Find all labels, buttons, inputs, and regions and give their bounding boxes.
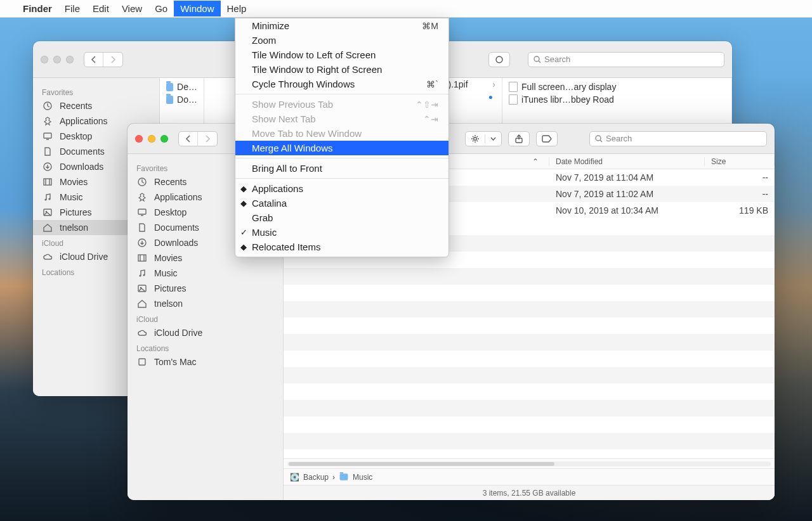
sidebar-item-label: Documents <box>60 146 105 157</box>
col1-item[interactable]: De… <box>160 80 204 93</box>
menubar-file[interactable]: File <box>58 1 86 16</box>
svg-rect-29 <box>139 359 145 365</box>
menu-item-label: Zoom <box>252 35 276 46</box>
minimize-button[interactable] <box>53 56 61 63</box>
sidebar-item-recents[interactable]: Recents <box>33 98 159 113</box>
menubar-view[interactable]: View <box>115 1 148 16</box>
pic-icon <box>42 207 53 217</box>
menu-item-label: Tile Window to Left of Screen <box>252 49 376 60</box>
tags-button[interactable] <box>536 131 558 146</box>
svg-point-9 <box>534 56 539 61</box>
action-menu-button[interactable] <box>465 131 502 146</box>
sidebar-item-icloud-drive[interactable]: iCloud Drive <box>128 325 283 340</box>
folder-icon <box>166 83 173 91</box>
close-button[interactable] <box>135 135 143 143</box>
menubar-help[interactable]: Help <box>221 1 253 16</box>
menu-item: Move Tab to New Window <box>235 126 449 141</box>
sidebar-group-label: Favorites <box>33 84 159 98</box>
scroll-thumb[interactable] <box>289 462 554 466</box>
svg-rect-24 <box>138 255 146 261</box>
menu-item-label: Merge All Windows <box>252 143 333 153</box>
folder-icon <box>166 96 173 104</box>
diamond-mark-icon: ◆ <box>240 198 247 208</box>
tag-dot-icon: ● <box>488 93 493 101</box>
menu-item-label: Minimize <box>252 20 289 31</box>
menu-item-label: Cycle Through Windows <box>252 79 355 89</box>
column-header-date[interactable]: Date Modified <box>549 157 705 166</box>
horizontal-scrollbar[interactable] <box>284 458 775 468</box>
menu-item[interactable]: Minimize⌘M <box>235 18 449 33</box>
sidebar-item-music[interactable]: Music <box>128 266 283 281</box>
back-button[interactable] <box>84 53 103 67</box>
menu-item-shortcut: ⌘M <box>422 21 438 31</box>
column-header-size[interactable]: Size <box>705 157 775 166</box>
col3-item[interactable]: iTunes libr…bbey Road <box>502 93 731 106</box>
zoom-button[interactable] <box>66 56 74 63</box>
menu-item[interactable]: Bring All to Front <box>235 161 449 176</box>
search-icon <box>534 56 541 63</box>
path-crumb[interactable]: Music <box>353 473 372 482</box>
sidebar-item-label: Applications <box>60 116 108 126</box>
window-menu-dropdown: Minimize⌘MZoomTile Window to Left of Scr… <box>235 18 449 257</box>
menu-item[interactable]: ✓Music <box>235 225 449 240</box>
menubar-window[interactable]: Window <box>174 1 220 16</box>
close-button[interactable] <box>41 56 48 63</box>
share-button[interactable] <box>508 131 530 146</box>
clock-icon <box>42 101 53 111</box>
menu-item[interactable]: Tile Window to Left of Screen <box>235 48 449 62</box>
gear-icon <box>466 134 485 143</box>
sidebar-item-label: Documents <box>154 222 199 233</box>
forward-button[interactable] <box>103 53 122 67</box>
home-icon <box>42 222 53 233</box>
path-crumb[interactable]: Backup <box>303 473 329 482</box>
menubar-app-name[interactable]: Finder <box>16 1 58 16</box>
sidebar-item-pictures[interactable]: Pictures <box>128 281 283 296</box>
col1-item[interactable]: Do… <box>160 93 204 106</box>
menu-item-label: Show Next Tab <box>252 113 316 124</box>
menu-item[interactable]: Zoom <box>235 33 449 48</box>
svg-rect-13 <box>44 179 51 185</box>
zoom-button[interactable] <box>160 135 168 143</box>
sidebar-item-label: Music <box>154 268 178 278</box>
menu-item-label: Relocated Items <box>252 241 320 252</box>
svg-rect-22 <box>138 209 146 214</box>
menu-item: Show Next Tab⌃⇥ <box>235 112 449 126</box>
status-text: 3 items, 21.55 GB available <box>483 489 576 498</box>
pic-icon <box>136 283 148 293</box>
sidebar-item-label: tnelson <box>60 222 88 233</box>
sidebar-item-label: iCloud Drive <box>154 328 202 338</box>
menu-item-shortcut: ⌃⇧⇥ <box>416 100 438 110</box>
diamond-mark-icon: ◆ <box>240 184 247 193</box>
sidebar-item-label: Desktop <box>60 131 92 141</box>
search-icon <box>595 135 603 143</box>
col3-item[interactable]: Full screen…ary display <box>502 80 731 93</box>
search-field-back[interactable]: Search <box>528 52 724 67</box>
sidebar-item-label: Downloads <box>154 238 198 248</box>
sidebar-item-tnelson[interactable]: tnelson <box>128 296 283 311</box>
menu-item-label: Music <box>252 227 277 238</box>
sidebar-group-label: iCloud <box>128 311 283 325</box>
menu-item[interactable]: ◆Relocated Items <box>235 240 449 254</box>
menu-item[interactable]: ◆Applications <box>235 181 449 196</box>
search-field-front[interactable]: Search <box>589 131 767 146</box>
sidebar-item-label: Recents <box>154 177 187 187</box>
check-mark-icon: ✓ <box>240 228 247 237</box>
toolbar-front: Search <box>128 124 775 154</box>
menu-item[interactable]: Grab <box>235 210 449 225</box>
menu-item[interactable]: ◆Catalina <box>235 196 449 210</box>
sidebar-item-label: Applications <box>154 192 202 202</box>
menu-item[interactable]: Tile Window to Right of Screen <box>235 62 449 77</box>
menu-item[interactable]: Cycle Through Windows⌘` <box>235 77 449 91</box>
tag-button[interactable] <box>488 52 510 67</box>
back-button[interactable] <box>179 132 198 146</box>
sidebar-item-label: iCloud Drive <box>60 252 108 262</box>
minimize-button[interactable] <box>148 135 155 143</box>
sidebar-item-tom-s-mac[interactable]: Tom's Mac <box>128 354 283 370</box>
menu-item[interactable]: Merge All Windows <box>235 141 449 155</box>
sidebar-item-label: Pictures <box>60 207 92 217</box>
svg-point-20 <box>596 136 601 141</box>
menubar-go[interactable]: Go <box>148 1 174 16</box>
menubar-edit[interactable]: Edit <box>86 1 115 16</box>
forward-button[interactable] <box>198 132 217 146</box>
svg-point-26 <box>143 274 145 276</box>
